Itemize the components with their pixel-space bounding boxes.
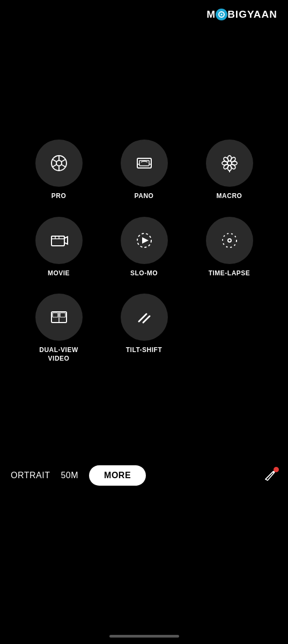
svg-rect-25 xyxy=(51,236,64,239)
mode-timelapse-circle[interactable] xyxy=(206,217,253,264)
svg-line-8 xyxy=(52,165,56,167)
mode-movie[interactable]: MOVIE xyxy=(27,217,91,278)
panorama-icon xyxy=(134,152,155,174)
mode-pano[interactable]: PANO xyxy=(112,140,176,201)
modes-row-3: DUAL-VIEWVIDEO TILT-SHIFT xyxy=(16,294,272,363)
modes-row-1: PRO PANO xyxy=(16,140,272,201)
more-button[interactable]: MORE xyxy=(89,465,146,486)
mode-slomo-circle[interactable] xyxy=(121,217,168,264)
svg-line-6 xyxy=(61,165,65,167)
timelapse-icon xyxy=(219,230,240,251)
camera-bar: ORTRAIT 50M MORE xyxy=(0,465,288,486)
mode-dualview[interactable]: DUAL-VIEWVIDEO xyxy=(27,294,91,363)
mode-pano-circle[interactable] xyxy=(121,140,168,187)
svg-line-9 xyxy=(52,159,56,162)
svg-point-31 xyxy=(223,233,237,247)
mode-slomo[interactable]: SLO-MO xyxy=(112,217,176,278)
svg-point-32 xyxy=(228,239,231,242)
logo-prefix: M xyxy=(206,9,216,20)
mode-macro-label: MACRO xyxy=(217,192,242,201)
watermark-logo: M BIGYAAN xyxy=(206,9,277,20)
mode-pro-circle[interactable] xyxy=(35,140,83,187)
svg-line-5 xyxy=(61,159,65,162)
megapixel-label: 50M xyxy=(61,471,78,480)
mode-pro[interactable]: PRO xyxy=(27,140,91,201)
svg-point-3 xyxy=(56,160,62,166)
mode-pro-label: PRO xyxy=(51,192,67,201)
mode-macro[interactable]: MACRO xyxy=(197,140,262,201)
mode-dualview-label: DUAL-VIEWVIDEO xyxy=(39,346,78,363)
logo-o xyxy=(216,9,227,20)
slomo-icon xyxy=(134,230,155,251)
edit-notification-dot xyxy=(274,467,279,472)
mode-tiltshift-label: TILT-SHIFT xyxy=(126,346,162,355)
mode-tiltshift-circle[interactable] xyxy=(121,294,168,341)
dualview-icon xyxy=(48,306,70,328)
edit-icon-container[interactable] xyxy=(263,469,277,482)
modes-grid: PRO PANO xyxy=(0,140,288,363)
movie-icon xyxy=(48,230,70,251)
bottom-home-indicator xyxy=(109,635,179,638)
mode-macro-circle[interactable] xyxy=(206,140,253,187)
modes-row-2: MOVIE SLO-MO xyxy=(16,217,272,278)
mode-pano-label: PANO xyxy=(135,192,154,201)
svg-point-1 xyxy=(221,14,223,16)
mode-tiltshift[interactable]: TILT-SHIFT xyxy=(112,294,176,363)
svg-rect-24 xyxy=(51,236,64,246)
mode-slomo-label: SLO-MO xyxy=(130,269,158,278)
svg-rect-36 xyxy=(60,313,65,317)
svg-rect-35 xyxy=(53,313,58,317)
mode-dualview-circle[interactable] xyxy=(35,294,83,341)
portrait-label: ORTRAIT xyxy=(11,471,50,480)
mode-movie-label: MOVIE xyxy=(48,269,70,278)
mode-movie-circle[interactable] xyxy=(35,217,83,264)
svg-point-30 xyxy=(143,239,145,241)
logo-suffix: BIGYAAN xyxy=(227,9,277,20)
tiltshift-icon xyxy=(134,306,155,328)
aperture-icon xyxy=(48,152,70,174)
flower-icon xyxy=(219,152,240,174)
mode-timelapse[interactable]: TIME-LAPSE xyxy=(197,217,262,278)
mode-timelapse-label: TIME-LAPSE xyxy=(209,269,250,278)
